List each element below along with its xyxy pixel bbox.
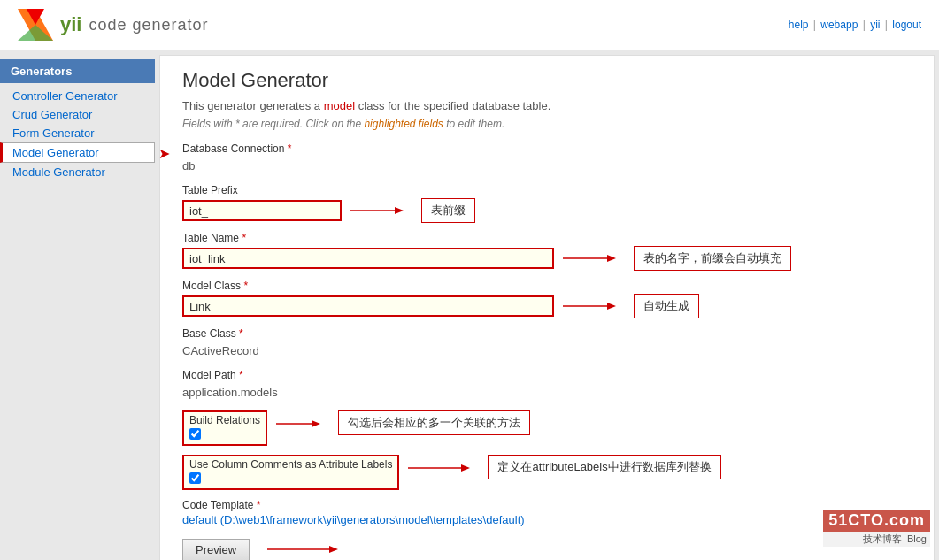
crud-generator-link[interactable]: Crud Generator	[12, 108, 92, 121]
sidebar-item-crud[interactable]: Crud Generator	[0, 105, 155, 124]
controller-generator-link[interactable]: Controller Generator	[12, 89, 118, 103]
table-prefix-label: Table Prefix	[182, 184, 912, 196]
description: This generator generates a model class f…	[182, 99, 912, 112]
content-area: Model Generator This generator generates…	[159, 55, 935, 560]
use-column-comments-arrow	[408, 455, 470, 481]
build-relations-label: Build Relations	[189, 414, 260, 426]
build-relations-checkbox-group: Build Relations	[182, 410, 267, 446]
build-relations-group: Build Relations 勾选后会相应的多一个关联的方法	[182, 410, 912, 446]
webapp-link[interactable]: webapp	[820, 19, 858, 31]
sidebar-item-form[interactable]: Form Generator	[0, 124, 155, 142]
base-class-label: Base Class *	[182, 327, 912, 340]
module-generator-link[interactable]: Module Generator	[12, 165, 105, 179]
database-connection-group: Database Connection * db	[182, 142, 912, 175]
sidebar-title: Generators	[0, 59, 155, 83]
brand-name: yii	[60, 13, 81, 36]
build-relations-checkbox[interactable]	[189, 428, 201, 440]
table-name-group: Table Name * 表的名字，前缀会自动填充	[182, 232, 912, 271]
database-connection-value: db	[182, 157, 912, 175]
table-name-arrow	[563, 249, 616, 267]
sidebar-item-module[interactable]: Module Generator	[0, 163, 155, 181]
use-column-comments-checkbox[interactable]	[189, 472, 201, 484]
watermark-top: 51CTO.com	[823, 510, 930, 532]
main-layout: Generators Controller Generator Crud Gen…	[0, 50, 939, 560]
use-column-comments-label: Use Column Comments as Attribute Labels	[189, 458, 392, 471]
watermark: 51CTO.com 技术博客 Blog	[823, 510, 930, 547]
help-link[interactable]: help	[789, 19, 809, 31]
model-class-label: Model Class *	[182, 280, 912, 292]
logo-area: yii code generator	[18, 9, 209, 41]
base-class-group: Base Class * CActiveRecord	[182, 327, 912, 360]
model-path-value: application.models	[182, 383, 912, 402]
table-prefix-input[interactable]	[182, 200, 342, 221]
yii-link[interactable]: yii	[870, 19, 880, 31]
svg-marker-14	[329, 546, 338, 553]
svg-marker-10	[312, 420, 320, 427]
preview-group: Preview	[182, 539, 912, 560]
header: yii code generator help | webapp | yii |…	[0, 0, 939, 50]
model-path-label: Model Path *	[182, 369, 912, 381]
database-connection-label: Database Connection *	[182, 142, 912, 155]
svg-marker-12	[461, 464, 470, 472]
svg-marker-6	[607, 255, 616, 262]
model-path-group: Model Path * application.models	[182, 369, 912, 402]
build-relations-annotation: 勾选后会相应的多一个关联的方法	[338, 410, 530, 435]
model-link[interactable]: model	[324, 99, 355, 112]
build-relations-arrow	[276, 410, 320, 437]
model-class-input[interactable]	[182, 295, 554, 317]
table-name-label: Table Name *	[182, 232, 912, 244]
code-template-value[interactable]: default (D:\web1\framework\yii\generator…	[182, 513, 525, 526]
svg-marker-8	[607, 303, 616, 310]
table-prefix-group: Table Prefix 表前缀	[182, 184, 912, 223]
model-class-arrow	[563, 297, 616, 315]
table-name-input[interactable]	[182, 248, 554, 269]
model-class-annotation: 自动生成	[634, 294, 699, 318]
preview-button[interactable]: Preview	[182, 539, 250, 560]
yii-logo	[18, 9, 53, 41]
code-template-label: Code Template *	[182, 499, 912, 511]
sidebar-item-controller[interactable]: Controller Generator	[0, 87, 155, 105]
preview-arrow	[267, 539, 338, 560]
code-template-group: Code Template * default (D:\web1\framewo…	[182, 499, 912, 526]
sidebar: Generators Controller Generator Crud Gen…	[0, 50, 155, 560]
logout-link[interactable]: logout	[892, 19, 921, 31]
svg-marker-4	[395, 207, 404, 214]
model-class-group: Model Class * 自动生成	[182, 280, 912, 318]
table-prefix-annotation: 表前缀	[421, 198, 475, 223]
sidebar-item-model[interactable]: Model Generator ➤	[0, 142, 155, 163]
active-arrow: ➤	[158, 144, 170, 161]
use-column-comments-annotation: 定义在attributeLabels中进行数据库列替换	[488, 455, 720, 479]
header-nav: help | webapp | yii | logout	[789, 19, 921, 31]
table-prefix-arrow	[350, 202, 404, 219]
app-title: code generator	[89, 16, 208, 35]
use-column-comments-checkbox-group: Use Column Comments as Attribute Labels	[182, 455, 399, 490]
form-generator-link[interactable]: Form Generator	[12, 127, 94, 140]
base-class-value: CActiveRecord	[182, 341, 912, 360]
model-generator-link[interactable]: Model Generator	[12, 146, 99, 159]
table-name-annotation: 表的名字，前缀会自动填充	[634, 246, 791, 271]
watermark-bottom: 技术博客 Blog	[823, 532, 930, 547]
hint-text: Fields with * are required. Click on the…	[182, 118, 912, 130]
use-column-comments-group: Use Column Comments as Attribute Labels …	[182, 455, 912, 490]
page-title: Model Generator	[182, 69, 912, 92]
